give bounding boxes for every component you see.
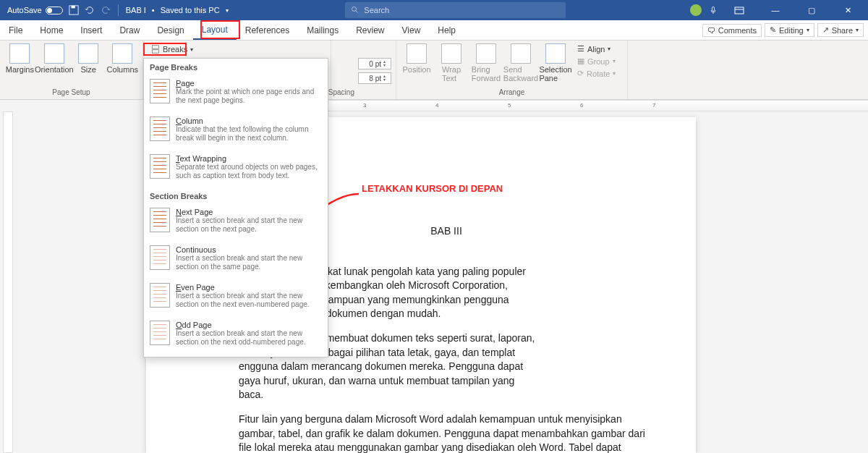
svg-point-2 xyxy=(352,7,357,12)
column-break-icon xyxy=(150,117,170,141)
orientation-button[interactable]: Orientation xyxy=(38,42,70,74)
dd-item-column[interactable]: ColumnIndicate that the text following t… xyxy=(144,112,328,150)
chevron-down-icon: ▾ xyxy=(190,46,193,53)
vertical-ruler[interactable] xyxy=(3,111,13,453)
tab-insert[interactable]: Insert xyxy=(72,20,111,40)
tab-design[interactable]: Design xyxy=(148,20,192,40)
group-button: ▦Group▾ xyxy=(574,56,618,67)
svg-rect-8 xyxy=(153,50,159,54)
tab-mailings[interactable]: Mailings xyxy=(298,20,347,40)
autosave-label: AutoSave xyxy=(7,6,42,14)
tab-draw[interactable]: Draw xyxy=(111,20,148,40)
wrap-text-button: Wrap Text xyxy=(435,42,467,82)
doc-name: BAB I xyxy=(126,6,146,14)
tab-home[interactable]: Home xyxy=(31,20,72,40)
dd-item-next-page[interactable]: Next PageInsert a section break and star… xyxy=(144,203,328,241)
svg-rect-1 xyxy=(71,6,75,9)
group-icon: ▦ xyxy=(577,56,584,66)
dd-section-page-breaks: Page Breaks xyxy=(144,59,328,75)
chevron-down-icon: ▾ xyxy=(856,27,859,33)
group-label-page-setup: Page Setup xyxy=(4,88,138,98)
save-icon[interactable] xyxy=(69,5,79,15)
tab-help[interactable]: Help xyxy=(429,20,464,40)
ribbon-tabs: File Home Insert Draw Design Layout Refe… xyxy=(0,20,868,41)
tab-layout[interactable]: Layout xyxy=(193,20,237,40)
work-area: 1 2 3 4 5 6 7 BAB III n salah satu peran… xyxy=(0,100,868,453)
svg-rect-5 xyxy=(735,7,744,14)
dd-section-section-breaks: Section Breaks xyxy=(144,187,328,203)
odd-page-icon xyxy=(150,321,170,345)
comments-button[interactable]: 🗨Comments xyxy=(702,24,762,37)
spacing-after-input[interactable]: 8 pt▴▾ xyxy=(358,72,391,84)
breaks-button[interactable]: Breaks▾ xyxy=(148,43,326,55)
send-backward-button: Send Backward xyxy=(505,42,537,82)
redo-icon[interactable] xyxy=(101,5,111,15)
toggle-off-icon xyxy=(46,7,63,14)
dd-item-page[interactable]: PageMark the point at which one page end… xyxy=(144,75,328,112)
editing-button[interactable]: ✎Editing▾ xyxy=(765,23,814,37)
title-bar: AutoSave BAB I • Saved to this PC ▾ Sear… xyxy=(0,0,868,20)
mic-icon[interactable] xyxy=(709,6,718,14)
close-button[interactable]: ✕ xyxy=(833,0,862,20)
share-button[interactable]: ↗Share▾ xyxy=(817,23,864,37)
search-placeholder: Search xyxy=(364,6,389,14)
tab-review[interactable]: Review xyxy=(347,20,393,40)
bring-forward-button: Bring Forward xyxy=(470,42,502,82)
ribbon: Margins Orientation Size Columns Page Se… xyxy=(0,41,868,100)
size-button[interactable]: Size xyxy=(73,42,104,74)
dd-item-odd-page[interactable]: Odd PageInsert a section break and start… xyxy=(144,316,328,354)
align-button[interactable]: ☰Align▾ xyxy=(574,43,618,54)
user-avatar[interactable] xyxy=(690,4,702,16)
share-icon: ↗ xyxy=(822,25,829,35)
spacing-before-input[interactable]: 0 pt▴▾ xyxy=(358,58,391,69)
maximize-button[interactable]: ▢ xyxy=(797,0,826,20)
selection-pane-button[interactable]: Selection Pane xyxy=(540,42,571,82)
search-input[interactable]: Search xyxy=(345,2,566,18)
autosave-toggle[interactable]: AutoSave xyxy=(7,6,63,14)
dd-item-even-page[interactable]: Even PageInsert a section break and star… xyxy=(144,279,328,316)
tab-view[interactable]: View xyxy=(393,20,430,40)
tab-file[interactable]: File xyxy=(0,20,31,40)
tab-references[interactable]: References xyxy=(237,20,298,40)
title-separator: • xyxy=(152,6,155,14)
dd-item-continuous[interactable]: ContinuousInsert a section break and sta… xyxy=(144,241,328,279)
breaks-dropdown: Page Breaks PageMark the point at which … xyxy=(143,58,328,357)
doc-p3: Fitur lain yang berguna dalam Microsoft … xyxy=(239,412,654,453)
rotate-button: ⟳Rotate▾ xyxy=(574,68,618,79)
margins-button[interactable]: Margins xyxy=(4,42,35,74)
even-page-icon xyxy=(150,283,170,308)
undo-icon[interactable] xyxy=(85,5,95,15)
rotate-icon: ⟳ xyxy=(577,69,584,78)
ribbon-mode-icon[interactable] xyxy=(725,0,754,20)
continuous-icon xyxy=(150,245,170,270)
comment-icon: 🗨 xyxy=(707,26,715,35)
group-label-arrange: Arrange xyxy=(401,88,623,98)
position-button: Position xyxy=(401,42,433,82)
search-icon xyxy=(351,6,359,14)
text-wrapping-icon xyxy=(150,154,170,179)
align-icon: ☰ xyxy=(577,44,584,54)
annotation-text: LETAKKAN KURSOR DI DEPAN xyxy=(362,183,503,194)
minimize-button[interactable]: — xyxy=(761,0,790,20)
columns-button[interactable]: Columns xyxy=(107,42,138,74)
svg-line-3 xyxy=(356,11,358,13)
breaks-icon xyxy=(151,45,160,54)
svg-rect-7 xyxy=(153,46,159,49)
chevron-down-icon: ▾ xyxy=(807,27,809,33)
dd-item-text-wrapping[interactable]: Text WrappingSeparate text around object… xyxy=(144,150,328,187)
pencil-icon: ✎ xyxy=(770,25,776,35)
page-break-icon xyxy=(150,79,170,103)
svg-rect-4 xyxy=(712,7,715,12)
saved-status: Saved to this PC xyxy=(161,6,220,14)
next-page-icon xyxy=(150,208,170,232)
